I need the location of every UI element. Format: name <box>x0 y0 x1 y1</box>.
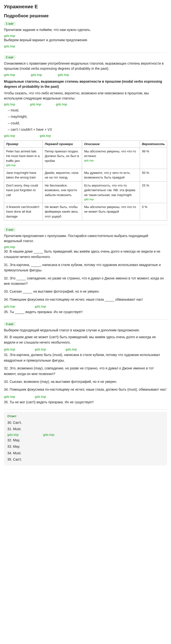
step-1-badge: 1 шаг <box>4 22 16 26</box>
step-2-subtext: Чтобы сказать, что что-либо истинно, вер… <box>4 91 167 101</box>
bullet-must: must; <box>8 108 167 113</box>
answer-item-34: 34. Must. <box>7 450 164 456</box>
sentence-32: 32. Это _____ совпадение, но разве не ст… <box>4 276 167 286</box>
step-4-ans-34: 34. Помощник фокусника по-настоящему не … <box>4 387 167 392</box>
table-header-probability: Вероятность <box>140 140 167 147</box>
sentence-35: 35. Ты _____ видеть призрака. Их не суще… <box>4 309 167 314</box>
step-2-watermark3: gdz.top <box>58 73 69 76</box>
step-4-intro: Выберем подходящий модальный глагол в ка… <box>4 328 167 333</box>
step-2-block: 2 шаг Ознакомимся с правилами употреблен… <box>4 55 167 220</box>
divider-3 <box>4 319 167 320</box>
step-4-ans-31: 31. Эта картина, должно быть (must), нап… <box>4 352 167 363</box>
table-cell-example-3: A firework can't/couldn't have done all … <box>4 203 43 220</box>
step-1-watermark: gdz.top <box>4 34 167 38</box>
step-4-ans-35: 35. Ты не мог (can't) видеть призрака. И… <box>4 400 167 405</box>
answer-item-32: 32. May. <box>7 438 164 443</box>
table-cell-prob-3: 0 % <box>140 203 167 220</box>
table-cell-example-2: Don't worry, they could have just forgot… <box>4 182 43 203</box>
answer-box: Ответ 30. Can't. 31. Must. gdz.top gdz.t… <box>4 412 167 466</box>
answer-item-35: 35. Can't. <box>7 457 164 462</box>
table-cell-desc-3: Мы абсолютно уверены, что что-то не може… <box>82 203 140 220</box>
table-cell-translation-1: Джейн, вероятно, села не на тот поезд <box>43 169 82 182</box>
bullet-cant: can't / couldn't + have + V3 <box>8 127 167 132</box>
table-header-example: Пример <box>4 140 43 147</box>
step-2-intro: Ознакомимся с правилами употребления мод… <box>4 61 167 71</box>
step-3-block: 3 шаг Прочитаем предложения с пропусками… <box>4 228 167 315</box>
answer-item-33: 33. May. <box>7 444 164 449</box>
step-2-badge: 2 шаг <box>4 55 16 60</box>
table-cell-example-0: Peter has arrived late. He must have bee… <box>4 147 43 169</box>
sentence-33: 33. Сьюзан _____ на выставке фотографий,… <box>4 289 167 294</box>
table-cell-translation-2: Не беспокойся, возможно, они просто забы… <box>43 182 82 203</box>
table-cell-example-1: Jane may/might have taken the wrong trai… <box>4 169 43 182</box>
step-2-watermark-inline: gdz.top gdz.top gdz.top <box>4 102 167 106</box>
divider-2 <box>4 225 167 225</box>
sentence-34: 34. Помощник фокусника по-настоящему не … <box>4 297 167 302</box>
step-3-badge: 3 шаг <box>4 228 16 232</box>
table-row: Jane may/might have taken the wrong trai… <box>4 169 167 182</box>
step-2-watermark2: gdz.top <box>31 73 42 76</box>
answer-item-30: 30. Can't. <box>7 420 164 425</box>
step-2-watermark1: gdz.top <box>4 73 15 76</box>
divider-1 <box>4 52 167 53</box>
divider-4 <box>4 409 167 410</box>
step-4-watermarks1: gdz.top gdz.top gdz.top <box>4 348 167 351</box>
modal-verbs-table: Пример Перевод примера Описание Вероятно… <box>4 140 167 221</box>
section-title: Подробное решение <box>4 14 167 18</box>
answer-watermarks: gdz.top gdz.top <box>7 433 164 436</box>
sentence-31: 31. Эта картина, _____, написана в стиле… <box>4 262 167 273</box>
step-1-text: Прочитаем задание и поймём, что нам нужн… <box>4 27 167 32</box>
step-3-intro: Прочитаем предложения с пропусками. Пост… <box>4 233 167 244</box>
table-cell-prob-0: 99 % <box>140 147 167 169</box>
table-row: A firework can't/couldn't have done all … <box>4 203 167 220</box>
step-3-watermarks: gdz.top gdz.top <box>4 304 167 308</box>
step-2-bold-heading: Модальные глаголы, выражающие степень ве… <box>4 79 167 89</box>
table-header-translation: Перевод примера <box>43 140 82 147</box>
step-1-watermark2: gdz.top <box>4 44 15 48</box>
sentence-30: 30. В нашем доме _____ быть привидений; … <box>4 249 167 260</box>
step-4-watermarks2: gdz.top gdz.top <box>4 395 167 398</box>
table-cell-prob-2: 25 % <box>140 182 167 203</box>
table-row: Peter has arrived late. He must have bee… <box>4 147 167 169</box>
step-4-block: 4 шаг Выберем подходящий модальный глаго… <box>4 322 167 405</box>
bullet-could: could; <box>8 120 167 126</box>
table-cell-desc-1: Мы думаете, что у чего-то есть возможнос… <box>82 169 140 182</box>
table-cell-prob-1: 50 % <box>140 169 167 182</box>
table-row: Don't worry, they could have just forgot… <box>4 182 167 203</box>
step-1-block: 1 шаг Прочитаем задание и поймём, что на… <box>4 22 167 48</box>
step-4-badge: 4 шаг <box>4 322 16 326</box>
table-cell-translation-3: Не может быть, чтобы фейерверк нанёс вес… <box>43 203 82 220</box>
main-title: Упражнение E <box>4 4 167 10</box>
table-cell-desc-0: Мы абсолютно уверены, что что-то истинно… <box>82 147 140 169</box>
step-3-watermark1: gdz.top <box>4 245 167 249</box>
step-4-ans-30: 30. В нашем доме не может (can't) быть п… <box>4 334 167 345</box>
table-cell-translation-0: Питер приехал поздно. Должно быть, он бы… <box>43 147 82 169</box>
step-1-detail: Выберем верный вариант и дополним предло… <box>4 38 167 43</box>
table-cell-desc-2: Есть вероятность, что что-то действитель… <box>82 182 140 203</box>
step-4-ans-32: 32. Это, возможно (may), совпадение, но … <box>4 366 167 376</box>
step-4-ans-33: 33. Сьюзан, возможно (may), на выставке … <box>4 379 167 384</box>
step-2-watermark-row2: gdz.top gdz.top <box>4 134 167 138</box>
answer-box-title: Ответ <box>7 414 164 418</box>
table-header-description: Описание <box>82 140 140 147</box>
bullet-may: may/might; <box>8 114 167 119</box>
modal-verbs-list: must; may/might; could; can't / couldn't… <box>8 108 167 132</box>
answer-item-31: 31. Must. <box>7 426 164 432</box>
